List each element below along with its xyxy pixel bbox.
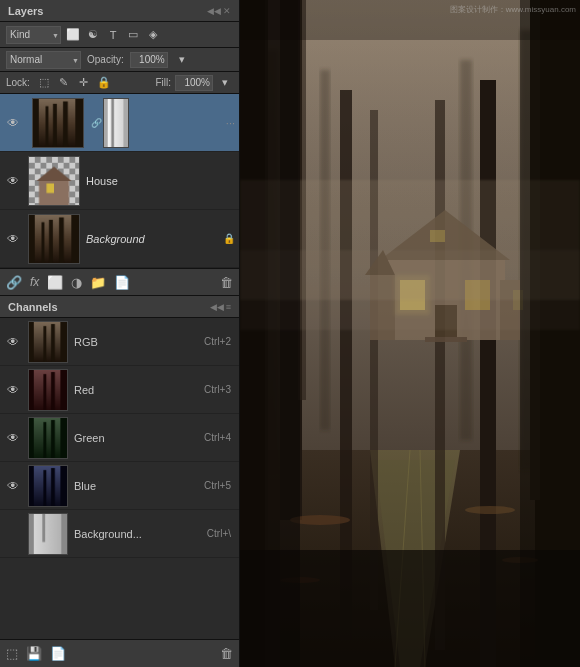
channel-name: Background... xyxy=(74,528,207,540)
channels-collapse-icon[interactable]: ◀◀ xyxy=(210,302,224,312)
layer-thumb-pair: 🔗 xyxy=(26,98,131,148)
fill-input[interactable] xyxy=(175,75,213,91)
layer-item[interactable]: 👁 🔗 ··· xyxy=(0,94,239,152)
layer-name: Background xyxy=(86,233,223,245)
smart-filter-icon[interactable]: ◈ xyxy=(145,27,161,43)
channel-thumbnail xyxy=(28,465,68,507)
adjustment-filter-icon[interactable]: ☯ xyxy=(85,27,101,43)
layers-section: Layers ◀◀ ✕ Kind ⬜ ☯ T ▭ ◈ Normal xyxy=(0,0,239,296)
opacity-arrow-icon[interactable]: ▾ xyxy=(174,52,190,68)
channel-item[interactable]: 👁 Background... Ctrl+\ xyxy=(0,510,239,558)
lock-fill-row: Lock: ⬚ ✎ ✛ 🔒 Fill: ▾ xyxy=(0,72,239,94)
channels-menu-icon[interactable]: ≡ xyxy=(226,302,231,312)
fill-label: Fill: xyxy=(155,77,171,88)
type-filter-icon[interactable]: T xyxy=(105,27,121,43)
fill-arrow-icon[interactable]: ▾ xyxy=(217,75,233,91)
channel-visibility-icon[interactable]: 👁 xyxy=(4,477,22,495)
channels-title: Channels xyxy=(8,301,58,313)
channel-visibility-icon[interactable]: 👁 xyxy=(4,333,22,351)
new-layer-icon[interactable]: 📄 xyxy=(114,275,130,290)
channels-list: 👁 RGB Ctrl+2 👁 Red Ctrl+3 👁 Green Ctrl+4 xyxy=(0,318,239,639)
close-panel-icon[interactable]: ✕ xyxy=(223,6,231,16)
channel-thumbnail xyxy=(28,417,68,459)
shape-filter-icon[interactable]: ▭ xyxy=(125,27,141,43)
channel-shortcut: Ctrl+\ xyxy=(207,528,231,539)
collapse-arrows: ◀◀ ✕ xyxy=(207,6,231,16)
channel-visibility-icon[interactable]: 👁 xyxy=(4,429,22,447)
delete-channel-icon[interactable]: 🗑 xyxy=(220,646,233,661)
lock-label: Lock: xyxy=(6,77,30,88)
channel-visibility-icon[interactable]: 👁 xyxy=(4,381,22,399)
layers-title: Layers xyxy=(8,5,43,17)
load-selection-icon[interactable]: ⬚ xyxy=(6,646,18,661)
right-panel: 图案设计制作：www.missyuan.com xyxy=(240,0,580,667)
channel-item[interactable]: 👁 Blue Ctrl+5 xyxy=(0,462,239,510)
layer-link-icon: 🔗 xyxy=(91,118,102,128)
lock-position-icon[interactable]: ✎ xyxy=(56,75,72,91)
layer-locked-icon: 🔒 xyxy=(223,233,235,244)
channel-shortcut: Ctrl+2 xyxy=(204,336,231,347)
channel-shortcut: Ctrl+3 xyxy=(204,384,231,395)
svg-point-36 xyxy=(465,506,515,514)
layer-info: Background xyxy=(86,233,223,245)
blend-mode-select[interactable]: Normal xyxy=(6,51,81,69)
kind-dropdown-wrap: Kind xyxy=(6,26,61,44)
channels-section: Channels ◀◀ ≡ 👁 RGB Ctrl+2 👁 Red Ctrl+3 xyxy=(0,296,239,667)
channel-thumbnail xyxy=(28,513,68,555)
link-icon[interactable]: 🔗 xyxy=(6,275,22,290)
channel-name: RGB xyxy=(74,336,204,348)
blend-opacity-row: Normal Opacity: ▾ xyxy=(0,48,239,72)
collapse-left-icon[interactable]: ◀◀ xyxy=(207,6,221,16)
blend-dropdown-wrap: Normal xyxy=(6,51,81,69)
layers-panel-header: Layers ◀◀ ✕ xyxy=(0,0,239,22)
layer-item[interactable]: 👁 Background 🔒 xyxy=(0,210,239,268)
layers-kind-toolbar: Kind ⬜ ☯ T ▭ ◈ xyxy=(0,22,239,48)
channel-name: Green xyxy=(74,432,204,444)
layer-name: House xyxy=(86,175,235,187)
layer-visibility-icon[interactable]: 👁 xyxy=(4,230,22,248)
layer-thumbnail xyxy=(32,98,84,148)
layer-visibility-icon[interactable]: 👁 xyxy=(4,172,22,190)
channels-panel-header: Channels ◀◀ ≡ xyxy=(0,296,239,318)
save-selection-icon[interactable]: 💾 xyxy=(26,646,42,661)
layer-visibility-icon[interactable]: 👁 xyxy=(4,114,22,132)
svg-rect-31 xyxy=(425,337,467,342)
channel-item[interactable]: 👁 Red Ctrl+3 xyxy=(0,366,239,414)
add-mask-icon[interactable]: ⬜ xyxy=(47,275,63,290)
channel-shortcut: Ctrl+4 xyxy=(204,432,231,443)
left-panel: Layers ◀◀ ✕ Kind ⬜ ☯ T ▭ ◈ Normal xyxy=(0,0,240,667)
svg-rect-41 xyxy=(240,550,580,667)
channel-item[interactable]: 👁 RGB Ctrl+2 xyxy=(0,318,239,366)
opacity-label: Opacity: xyxy=(87,54,124,65)
layer-thumbnail xyxy=(28,156,80,206)
channel-item[interactable]: 👁 Green Ctrl+4 xyxy=(0,414,239,462)
lock-transform-icon[interactable]: ✛ xyxy=(76,75,92,91)
channel-name: Blue xyxy=(74,480,204,492)
main-image xyxy=(240,0,580,667)
channel-shortcut: Ctrl+5 xyxy=(204,480,231,491)
layer-item[interactable]: 👁 House xyxy=(0,152,239,210)
lock-all-icon[interactable]: 🔒 xyxy=(96,75,112,91)
lock-pixels-icon[interactable]: ⬚ xyxy=(36,75,52,91)
fx-icon[interactable]: fx xyxy=(30,275,39,289)
new-group-icon[interactable]: 📁 xyxy=(90,275,106,290)
layer-mask-thumbnail xyxy=(103,98,129,148)
channels-bottom-toolbar: ⬚ 💾 📄 🗑 xyxy=(0,639,239,667)
watermark: 图案设计制作：www.missyuan.com xyxy=(450,4,576,15)
new-channel-icon[interactable]: 📄 xyxy=(50,646,66,661)
channels-collapse-arrows: ◀◀ ≡ xyxy=(210,302,231,312)
kind-select[interactable]: Kind xyxy=(6,26,61,44)
layers-bottom-toolbar: 🔗 fx ⬜ ◑ 📁 📄 🗑 xyxy=(0,268,239,296)
channel-thumbnail xyxy=(28,369,68,411)
pixel-filter-icon[interactable]: ⬜ xyxy=(65,27,81,43)
channel-name: Red xyxy=(74,384,204,396)
opacity-input[interactable] xyxy=(130,52,168,68)
channel-thumbnail xyxy=(28,321,68,363)
layer-options-icon[interactable]: ··· xyxy=(226,117,235,129)
layers-list: 👁 🔗 ··· 👁 House xyxy=(0,94,239,268)
layer-info: House xyxy=(86,175,235,187)
adjustment-layer-icon[interactable]: ◑ xyxy=(71,275,82,290)
layer-thumbnail xyxy=(28,214,80,264)
delete-layer-icon[interactable]: 🗑 xyxy=(220,275,233,290)
